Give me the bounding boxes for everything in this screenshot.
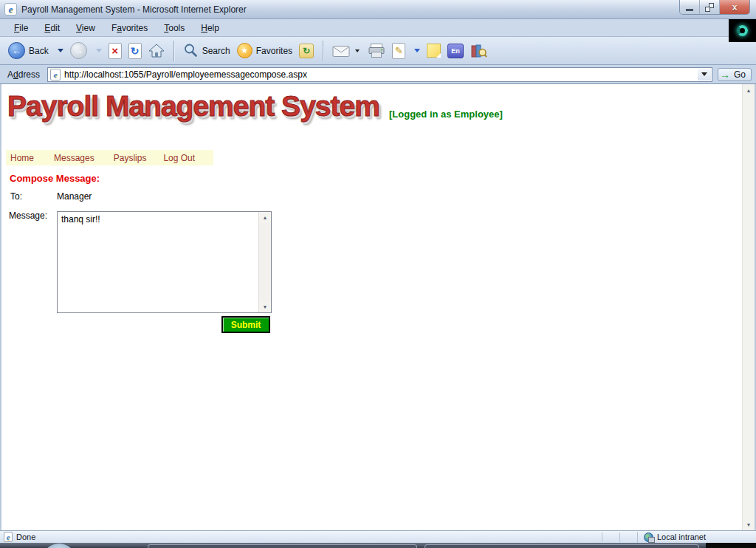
- start-orb-icon[interactable]: [42, 544, 76, 548]
- status-bar: e Done Local intranet: [0, 530, 756, 543]
- login-status: [Logged in as Employee]: [389, 109, 503, 120]
- back-button[interactable]: ← Back: [6, 41, 51, 61]
- menu-file[interactable]: File: [6, 21, 36, 35]
- to-label: To:: [10, 191, 22, 202]
- page-title: Payroll Management System: [7, 90, 379, 123]
- scroll-down-icon[interactable]: ▼: [743, 518, 755, 530]
- browser-viewport: Payroll Management System [Logged in as …: [0, 84, 756, 530]
- menu-edit[interactable]: Edit: [36, 21, 68, 35]
- go-button[interactable]: → Go: [718, 68, 752, 81]
- window-title: Payroll Management System - Microsoft In…: [21, 4, 247, 15]
- restore-button[interactable]: [700, 0, 720, 14]
- menu-bar: File Edit View Favorites Tools Help: [0, 19, 756, 37]
- refresh-icon: ↻: [128, 43, 142, 59]
- stop-button[interactable]: ×: [106, 41, 124, 61]
- ie-logo-icon: e: [4, 3, 17, 16]
- status-pane: [619, 532, 637, 542]
- mail-dropdown-icon: [355, 49, 360, 52]
- close-icon: x: [732, 2, 737, 12]
- scroll-up-icon[interactable]: ▲: [259, 212, 271, 223]
- page-e-icon: e: [50, 69, 61, 81]
- scroll-up-icon[interactable]: ▲: [743, 84, 755, 96]
- throbber-ring-icon: [737, 25, 748, 36]
- research-button[interactable]: [468, 41, 489, 60]
- close-button[interactable]: x: [720, 0, 749, 14]
- edit-dropdown-icon[interactable]: [414, 49, 420, 52]
- message-label: Message:: [9, 210, 47, 221]
- search-button[interactable]: Search: [181, 41, 233, 60]
- translate-button[interactable]: En: [445, 42, 466, 60]
- search-icon: [183, 43, 199, 58]
- chevron-down-icon: [701, 72, 707, 76]
- forward-button[interactable]: →: [68, 41, 89, 61]
- favorites-star-icon: ★: [237, 43, 252, 58]
- textarea-scrollbar[interactable]: ▲ ▼: [258, 212, 271, 312]
- menu-favorites[interactable]: Favorites: [103, 21, 156, 35]
- pencil-icon: ✎: [395, 46, 403, 55]
- nav-item-messages[interactable]: Messages: [54, 151, 94, 165]
- address-label: Address: [4, 69, 47, 80]
- sticky-note-icon: [427, 44, 441, 58]
- submit-button[interactable]: Submit: [221, 316, 270, 333]
- message-textarea[interactable]: thanq sir!! ▲ ▼: [57, 211, 272, 313]
- toolbar-separator: [173, 41, 174, 61]
- title-bar: e Payroll Management System - Microsoft …: [0, 0, 756, 19]
- nav-item-home[interactable]: Home: [10, 151, 34, 165]
- search-label: Search: [202, 46, 230, 56]
- ie-throbber: [729, 19, 756, 42]
- local-intranet-icon: [644, 532, 653, 542]
- taskbar-button[interactable]: [425, 544, 699, 548]
- status-pane: [602, 532, 619, 542]
- toolbar: ← Back → × ↻ Search ★ Favorites ↻ ✎ En: [0, 37, 756, 65]
- compose-message-heading: Compose Message:: [10, 173, 100, 184]
- history-icon: ↻: [299, 44, 314, 58]
- home-icon: [148, 43, 165, 58]
- ie-e-glyph: e: [9, 4, 13, 16]
- history-button[interactable]: ↻: [297, 42, 316, 60]
- research-icon: [470, 43, 487, 58]
- status-text: Done: [16, 532, 35, 541]
- status-left: e Done: [2, 532, 35, 542]
- zone-label: Local intranet: [657, 532, 706, 541]
- message-text[interactable]: thanq sir!!: [58, 212, 258, 312]
- nav-item-payslips[interactable]: Payslips: [114, 151, 147, 165]
- nav-menu: Home Messages Payslips Log Out: [6, 150, 213, 165]
- page-scrollbar[interactable]: ▲ ▼: [742, 84, 755, 530]
- favorites-button[interactable]: ★ Favorites: [235, 41, 295, 60]
- go-arrow-icon: →: [720, 69, 730, 80]
- forward-icon: →: [70, 42, 87, 59]
- taskbar-button[interactable]: [148, 544, 417, 548]
- forward-dropdown-icon[interactable]: [96, 49, 102, 52]
- address-dropdown-button[interactable]: [698, 69, 711, 81]
- nav-item-logout[interactable]: Log Out: [163, 151, 195, 165]
- security-zone: Local intranet: [637, 532, 754, 543]
- menu-view[interactable]: View: [68, 21, 103, 35]
- back-label: Back: [29, 46, 49, 56]
- favorites-label: Favorites: [256, 46, 292, 56]
- edit-page-icon: ✎: [392, 43, 405, 59]
- print-icon: [368, 43, 385, 58]
- taskbar-button[interactable]: [706, 543, 756, 548]
- taskbar-sliver: [0, 543, 756, 548]
- back-dropdown-icon[interactable]: [58, 49, 63, 52]
- edit-button[interactable]: ✎: [390, 41, 408, 61]
- address-bar: Address e → Go: [0, 65, 756, 84]
- page-e-icon: e: [4, 532, 13, 542]
- back-icon: ←: [8, 42, 25, 59]
- go-label: Go: [734, 69, 746, 80]
- home-button[interactable]: [146, 41, 167, 60]
- menu-help[interactable]: Help: [193, 21, 227, 35]
- stop-icon: ×: [109, 43, 122, 59]
- print-button[interactable]: [365, 41, 388, 60]
- minimize-button[interactable]: [680, 0, 700, 14]
- refresh-button[interactable]: ↻: [126, 41, 144, 61]
- translate-en-icon: En: [447, 44, 464, 58]
- scroll-down-icon[interactable]: ▼: [259, 301, 271, 312]
- address-combobox: e: [47, 67, 712, 82]
- mail-button[interactable]: [330, 43, 363, 59]
- to-value: Manager: [57, 191, 92, 202]
- mail-icon: [332, 44, 350, 58]
- notes-button[interactable]: [425, 42, 443, 59]
- address-input[interactable]: [64, 69, 712, 81]
- menu-tools[interactable]: Tools: [156, 21, 193, 35]
